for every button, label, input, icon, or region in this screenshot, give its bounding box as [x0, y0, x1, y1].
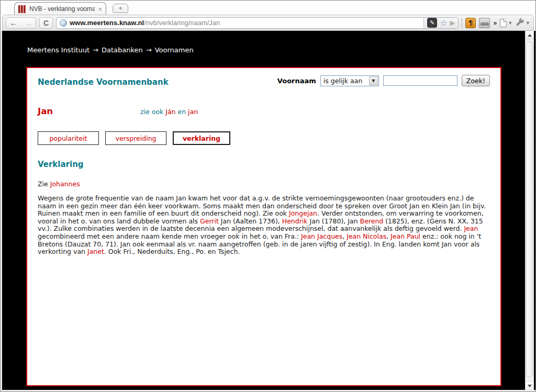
scroll-down-button[interactable]	[526, 381, 534, 390]
name-row: Jan zie ook Ján en jan	[38, 106, 490, 116]
breadcrumb-item-meertens[interactable]: Meertens Instituut	[27, 46, 90, 54]
extensions-overflow-chevron[interactable]: »	[493, 19, 497, 27]
url-host: www.meertens.knaw.nl	[70, 19, 144, 27]
browser-chrome: NVB - verklaring voornaa... × + ← → C ww…	[1, 1, 535, 31]
browser-tab[interactable]: NVB - verklaring voornaa... ×	[14, 2, 106, 15]
scrollbar-thumb[interactable]	[526, 41, 533, 377]
zoek-button[interactable]: Zoek!	[462, 75, 490, 86]
forward-button: →	[21, 18, 36, 28]
verklaring-body: Wegens de grote frequentie van de naam J…	[38, 195, 491, 256]
inline-link[interactable]: Jean	[464, 225, 478, 232]
inline-text: . Ook Fri., Nederduits, Eng., Po. en Tsj…	[104, 248, 240, 255]
site-title: Nederlandse Voornamenbank	[38, 75, 169, 87]
select-dropdown-arrow-icon[interactable]: ▼	[369, 76, 378, 85]
tab-verklaring[interactable]: verklaring	[173, 131, 230, 145]
operator-select[interactable]: is gelijk aan ▼	[320, 75, 379, 86]
tab-strip: NVB - verklaring voornaa... × +	[1, 1, 535, 15]
pilcrow-extension-icon[interactable]: ¶	[465, 18, 476, 28]
tab-close-icon[interactable]: ×	[98, 6, 102, 13]
inline-link[interactable]: Johannes	[50, 180, 80, 188]
inline-text: zie ook	[140, 108, 165, 116]
browser-window: { "browser": { "tab_title": "NVB - verkl…	[0, 0, 536, 392]
nav-button-group: ← →	[6, 17, 36, 29]
inline-link[interactable]: Jean Jacques	[301, 232, 342, 240]
voornaam-search-input[interactable]	[383, 75, 457, 86]
operator-selected-value: is gelijk aan	[323, 77, 362, 85]
inline-text: gecombineerd met een andere naam kende m…	[38, 232, 301, 240]
name-heading: Jan	[38, 106, 140, 116]
inline-link[interactable]: Jongejan	[289, 209, 317, 217]
triangle-up-icon	[528, 34, 532, 37]
breadcrumb-separator: →	[90, 46, 102, 54]
page-menu-button[interactable]: ▼	[500, 19, 512, 27]
omnibox[interactable]: www.meertens.knaw.nl/nvb/verklaring/naam…	[56, 17, 459, 29]
inline-link[interactable]: Berend	[360, 217, 384, 225]
back-button[interactable]: ←	[6, 18, 21, 28]
scroll-up-button[interactable]	[526, 31, 534, 40]
triangle-down-icon	[528, 385, 532, 387]
window-frame	[1, 390, 535, 391]
pen-icon[interactable]: ✎	[427, 18, 437, 28]
chevron-down-icon: ▼	[508, 20, 512, 26]
inline-text: ,	[386, 232, 390, 240]
section-title: Verklaring	[38, 160, 490, 169]
zie-line: Zie Johannes	[38, 180, 490, 188]
url-text[interactable]: www.meertens.knaw.nl/nvb/verklaring/naam…	[70, 19, 423, 27]
voornaam-search-form: Voornaam is gelijk aan ▼ Zoek!	[277, 75, 490, 86]
inline-link[interactable]: Janet	[87, 248, 104, 255]
tab-populariteit[interactable]: populariteit	[38, 131, 99, 145]
toolbar-separator	[462, 18, 462, 28]
breadcrumb: Meertens Instituut→Databanken→Voornamen	[27, 46, 194, 54]
inline-text: Jan (1780), Jan	[308, 217, 360, 225]
content-box: Nederlandse Voornamenbank Voornaam is ge…	[26, 67, 501, 386]
resize-extension-icon[interactable]: resize	[479, 18, 490, 28]
view-tabs: populariteit verspreiding verklaring	[38, 131, 490, 145]
go-arrow-icon: ▶	[450, 19, 455, 26]
inline-link[interactable]: Gerrit	[200, 217, 219, 225]
inline-link[interactable]: Jean Paul	[390, 232, 420, 240]
wrench-icon	[516, 18, 524, 27]
page-viewport: Meertens Instituut→Databanken→Voornamen …	[2, 31, 525, 390]
globe-icon	[60, 19, 67, 27]
inline-text: Jan (Aalten 1736),	[219, 217, 282, 225]
vertical-scrollbar[interactable]	[525, 31, 534, 390]
tab-verspreiding[interactable]: verspreiding	[105, 131, 166, 145]
new-tab-button[interactable]: +	[113, 4, 128, 13]
inline-text: Zie	[38, 180, 50, 188]
inline-link[interactable]: Jean Nicolas	[347, 232, 386, 240]
bookmark-star-icon[interactable]: ☆	[440, 19, 447, 27]
inline-link[interactable]: Ján	[165, 108, 175, 116]
browser-toolbar: ← → C www.meertens.knaw.nl/nvb/verklarin…	[2, 15, 534, 31]
breadcrumb-separator: →	[143, 46, 155, 54]
chevron-down-icon: ▼	[526, 20, 530, 26]
wrench-menu-button[interactable]: ▼	[516, 18, 530, 27]
page-icon	[500, 19, 507, 27]
url-path: /nvb/verklaring/naam/Jan	[144, 19, 220, 27]
omnibox-actions: ✎ ☆ ▶	[423, 18, 458, 28]
voornaam-label: Voornaam	[277, 77, 316, 85]
inline-link[interactable]: Hendrik	[282, 217, 308, 225]
breadcrumb-item-databanken[interactable]: Databanken	[102, 46, 143, 54]
breadcrumb-item-voornamen[interactable]: Voornamen	[155, 46, 194, 54]
see-also-line: zie ook Ján en jan	[140, 108, 198, 116]
site-favicon	[18, 5, 26, 13]
inline-text: en	[176, 108, 188, 116]
tab-title: NVB - verklaring voornaa...	[29, 5, 95, 13]
reload-button[interactable]: C	[39, 17, 53, 29]
inline-link[interactable]: jan	[188, 108, 198, 116]
content-header: Nederlandse Voornamenbank Voornaam is ge…	[38, 75, 490, 87]
